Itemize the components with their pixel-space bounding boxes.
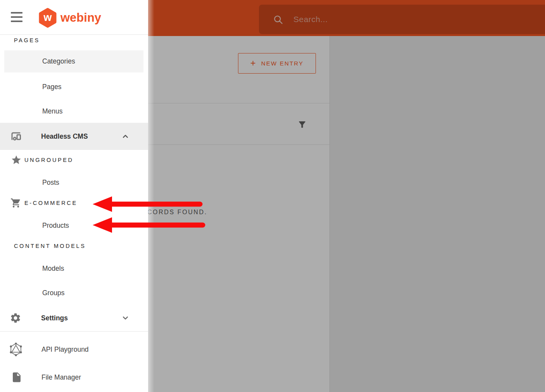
- webiny-logo[interactable]: w webiny: [38, 8, 101, 28]
- sidebar-item-posts[interactable]: Posts: [0, 174, 148, 191]
- section-header-content-models: CONTENT MODELS: [0, 238, 148, 254]
- drawer-divider: [0, 331, 148, 332]
- sidebar-item-label: Groups: [42, 289, 64, 297]
- sidebar-item-settings[interactable]: Settings: [0, 309, 148, 327]
- sidebar-item-label: Models: [42, 265, 64, 273]
- webiny-admin-screen: + NEW ENTRY NO RECORDS FOUND.: [0, 0, 545, 392]
- group-label: UNGROUPED: [24, 157, 74, 163]
- sidebar-item-label: Posts: [42, 179, 59, 187]
- devices-icon: [9, 130, 22, 143]
- logo-letter: w: [38, 8, 57, 28]
- sidebar-item-pages[interactable]: Pages: [0, 78, 148, 95]
- sidebar-item-headless-cms[interactable]: Headless CMS: [0, 123, 148, 150]
- file-icon: [11, 371, 22, 384]
- graphql-icon: [9, 342, 23, 357]
- section-header-pages: PAGES: [0, 33, 148, 47]
- sidebar-item-label: Menus: [42, 107, 63, 115]
- sidebar-item-groups[interactable]: Groups: [0, 284, 148, 301]
- sidebar-item-label: Pages: [42, 83, 62, 91]
- sidebar-item-api-playground[interactable]: API Playground: [0, 341, 148, 358]
- group-header-ecommerce: E-COMMERCE: [0, 195, 148, 211]
- sidebar-item-label: File Manager: [41, 373, 81, 382]
- section-label: CONTENT MODELS: [14, 243, 86, 249]
- sidebar-item-categories[interactable]: Categories: [4, 50, 143, 72]
- sidebar-item-label: Headless CMS: [41, 132, 88, 141]
- logo-wordmark: webiny: [60, 11, 101, 25]
- navigation-drawer: w webiny PAGES Categories Pages Menus: [0, 0, 148, 392]
- group-label: E-COMMERCE: [24, 200, 78, 206]
- sidebar-item-label: Settings: [41, 314, 68, 322]
- hamburger-menu-button[interactable]: [11, 12, 22, 22]
- group-header-ungrouped: UNGROUPED: [0, 152, 148, 168]
- drawer-header: w webiny: [0, 0, 148, 35]
- chevron-up-icon: [121, 132, 130, 141]
- sidebar-item-file-manager[interactable]: File Manager: [0, 369, 148, 386]
- sidebar-item-models[interactable]: Models: [0, 260, 148, 277]
- star-icon: [11, 155, 22, 165]
- gear-icon: [10, 312, 21, 324]
- chevron-down-icon: [121, 313, 130, 323]
- sidebar-item-label: API Playground: [41, 346, 89, 354]
- shopping-cart-icon: [10, 198, 21, 208]
- sidebar-item-menus[interactable]: Menus: [0, 103, 148, 120]
- sidebar-item-label: Categories: [42, 57, 75, 65]
- sidebar-item-label: Products: [42, 222, 69, 230]
- webiny-hexagon-icon: w: [38, 8, 57, 28]
- section-label: PAGES: [14, 37, 40, 43]
- sidebar-item-products[interactable]: Products: [0, 217, 148, 234]
